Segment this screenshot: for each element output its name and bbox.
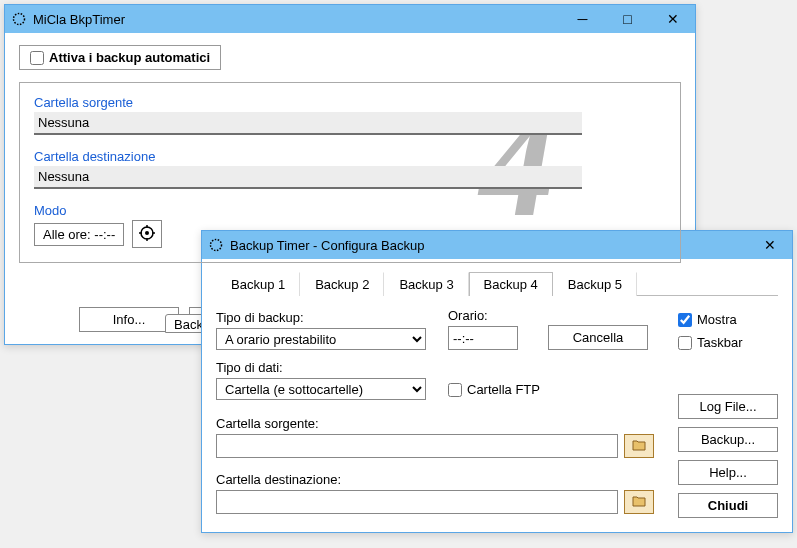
minimize-button[interactable]: ─ [560,5,605,33]
source-folder-label: Cartella sorgente [34,95,666,110]
tab-backup-1[interactable]: Backup 1 [216,272,300,296]
svg-point-0 [14,14,25,25]
titlebar[interactable]: MiCla BkpTimer ─ □ ✕ [5,5,695,33]
ftp-folder-checkbox[interactable]: Cartella FTP [448,382,540,400]
cfg-dest-input[interactable] [216,490,618,514]
taskbar-input[interactable] [678,336,692,350]
tab-backup-3[interactable]: Backup 3 [384,272,468,296]
enable-auto-backup-label: Attiva i backup automatici [49,50,210,65]
maximize-button[interactable]: □ [605,5,650,33]
close-button[interactable]: ✕ [650,5,695,33]
mode-label: Modo [34,203,666,218]
mostra-label: Mostra [697,312,737,327]
time-label: Orario: [448,308,518,323]
cfg-source-label: Cartella sorgente: [216,416,654,431]
backup-tabs: Backup 1 Backup 2 Backup 3 Backup 4 Back… [216,271,778,296]
gear-icon [139,225,155,244]
enable-auto-backup-checkbox[interactable]: Attiva i backup automatici [19,45,221,70]
ftp-folder-input[interactable] [448,383,462,397]
backup-type-select[interactable]: A orario prestabilito [216,328,426,350]
dest-folder-label: Cartella destinazione [34,149,666,164]
enable-auto-backup-input[interactable] [30,51,44,65]
backup-type-label: Tipo di backup: [216,310,426,325]
config-close-button[interactable]: ✕ [747,231,792,259]
window-title: MiCla BkpTimer [33,12,125,27]
ftp-folder-label: Cartella FTP [467,382,540,397]
info-button[interactable]: Info... [79,307,179,332]
taskbar-checkbox[interactable]: Taskbar [678,335,778,350]
dest-folder-value: Nessuna [34,166,582,189]
folders-fieldset: Cartella sorgente Nessuna Cartella desti… [19,82,681,263]
svg-point-2 [145,231,149,235]
source-folder-value: Nessuna [34,112,582,135]
browse-source-button[interactable] [624,434,654,458]
app-icon [11,11,27,27]
browse-dest-button[interactable] [624,490,654,514]
config-window: Backup Timer - Configura Backup ✕ Backup… [201,230,793,533]
settings-button[interactable] [132,220,162,248]
data-type-label: Tipo di dati: [216,360,426,375]
folder-icon [632,439,646,454]
log-file-button[interactable]: Log File... [678,394,778,419]
tab-backup-5[interactable]: Backup 5 [553,272,637,296]
tab-backup-2[interactable]: Backup 2 [300,272,384,296]
close-dialog-button[interactable]: Chiudi [678,493,778,518]
mode-value: Alle ore: --:-- [34,223,124,246]
tab-backup-4[interactable]: Backup 4 [469,272,553,296]
cfg-source-input[interactable] [216,434,618,458]
time-input[interactable] [448,326,518,350]
help-button[interactable]: Help... [678,460,778,485]
mostra-input[interactable] [678,313,692,327]
taskbar-label: Taskbar [697,335,743,350]
backup-button[interactable]: Backup... [678,427,778,452]
folder-icon [632,495,646,510]
data-type-select[interactable]: Cartella (e sottocartelle) [216,378,426,400]
cancel-button[interactable]: Cancella [548,325,648,350]
mostra-checkbox[interactable]: Mostra [678,312,778,327]
cfg-dest-label: Cartella destinazione: [216,472,654,487]
